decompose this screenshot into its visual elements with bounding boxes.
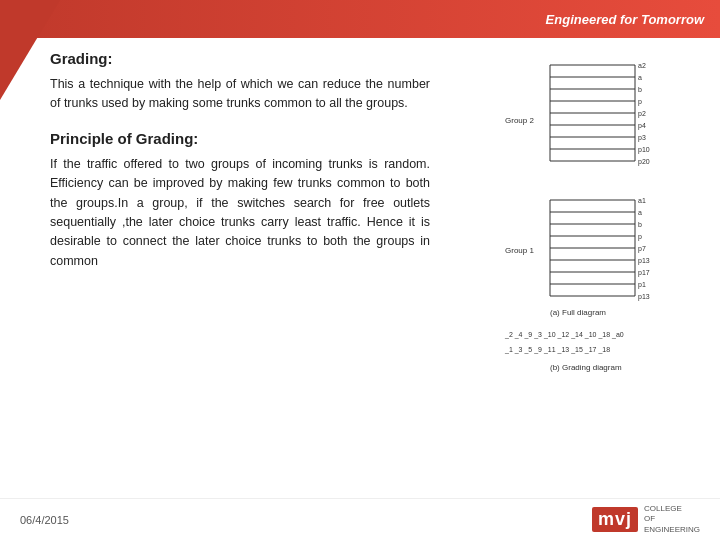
svg-text:p: p bbox=[638, 98, 642, 106]
svg-text:_1 _3 _5 _9 _11 _13 _15 _17 _1: _1 _3 _5 _9 _11 _13 _15 _17 _18 bbox=[504, 346, 610, 354]
top-banner: Engineered for Tomorrow bbox=[0, 0, 720, 38]
svg-text:a2: a2 bbox=[638, 62, 646, 69]
svg-text:_2 _4 _9 _3 _10 _12 _14 _10 _1: _2 _4 _9 _3 _10 _12 _14 _10 _18 _a0 bbox=[504, 331, 624, 339]
section-para1: This a technique with the help of which … bbox=[50, 75, 430, 114]
svg-text:p1: p1 bbox=[638, 281, 646, 289]
svg-text:b: b bbox=[638, 221, 642, 228]
content-area: Grading: This a technique with the help … bbox=[50, 50, 430, 490]
svg-text:p7: p7 bbox=[638, 245, 646, 253]
svg-text:p10: p10 bbox=[638, 146, 650, 154]
mvj-right-text: COLLEGE OF ENGINEERING bbox=[644, 504, 700, 535]
svg-text:p20: p20 bbox=[638, 158, 650, 166]
svg-text:p: p bbox=[638, 233, 642, 241]
grading-diagram-label: (b) Grading diagram bbox=[550, 363, 622, 372]
full-diagram-label: (a) Full diagram bbox=[550, 308, 606, 317]
bottom-bar: 06/4/2015 mvj COLLEGE OF ENGINEERING bbox=[0, 498, 720, 540]
svg-text:p13: p13 bbox=[638, 257, 650, 265]
section-title-principle: Principle of Grading: bbox=[50, 130, 430, 147]
svg-text:a1: a1 bbox=[638, 197, 646, 204]
section-title-grading: Grading: bbox=[50, 50, 430, 67]
mvj-line3: ENGINEERING bbox=[644, 525, 700, 534]
date-label: 06/4/2015 bbox=[20, 514, 69, 526]
group2-label: Group 2 bbox=[505, 116, 534, 125]
svg-text:p4: p4 bbox=[638, 122, 646, 130]
diagram-area: Group 2 a2 a b p p2 p4 p3 p10 p20 bbox=[490, 45, 700, 480]
svg-text:a: a bbox=[638, 209, 642, 216]
section-para2: If the traffic offered to two groups of … bbox=[50, 155, 430, 271]
svg-text:p2: p2 bbox=[638, 110, 646, 118]
mvj-line2: OF bbox=[644, 514, 655, 523]
mvj-abbr: mvj bbox=[592, 507, 638, 532]
svg-text:p17: p17 bbox=[638, 269, 650, 277]
banner-text: Engineered for Tomorrow bbox=[546, 12, 704, 27]
grading-diagram-svg: Group 2 a2 a b p p2 p4 p3 p10 p20 bbox=[495, 45, 695, 425]
svg-text:p3: p3 bbox=[638, 134, 646, 142]
svg-text:p13: p13 bbox=[638, 293, 650, 301]
group1-label: Group 1 bbox=[505, 246, 534, 255]
slide-container: Engineered for Tomorrow Grading: This a … bbox=[0, 0, 720, 540]
mvj-line1: COLLEGE bbox=[644, 504, 682, 513]
svg-text:a: a bbox=[638, 74, 642, 81]
svg-text:b: b bbox=[638, 86, 642, 93]
mvj-logo: mvj COLLEGE OF ENGINEERING bbox=[592, 504, 700, 535]
